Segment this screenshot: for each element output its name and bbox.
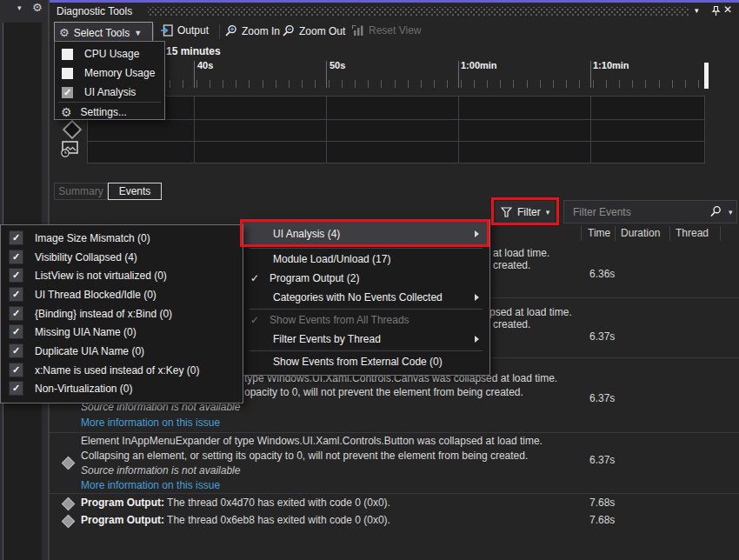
program-output-prefix: Program Output: bbox=[81, 497, 164, 509]
memory-usage-label: Memory Usage bbox=[84, 67, 155, 79]
cpu-usage-label: CPU Usage bbox=[84, 48, 139, 60]
titlebar-drag-texture bbox=[148, 7, 689, 16]
submenu-item-ui-thread-blocked[interactable]: ✓ UI Thread Blocked/Idle (0) bbox=[1, 285, 243, 303]
external-code-label: Show Events from External Code (0) bbox=[273, 356, 443, 368]
ui-thread-blocked-checkbox[interactable]: ✓ bbox=[9, 287, 23, 302]
column-header-duration[interactable]: Duration bbox=[621, 227, 660, 239]
event-row[interactable]: created. bbox=[493, 259, 530, 271]
event-row[interactable]: Program Output: The thread 0x4d70 has ex… bbox=[81, 497, 390, 509]
menu-item-program-output[interactable]: ✓ Program Output (2) bbox=[243, 269, 489, 288]
submenu-arrow-icon bbox=[475, 336, 479, 343]
submenu-arrow-icon bbox=[475, 294, 479, 301]
program-output-text: The thread 0x6eb8 has exited with code 0… bbox=[164, 514, 390, 526]
event-time: 6.37s bbox=[589, 330, 615, 343]
submenu-item-visibility-collapsed[interactable]: ✓ Visibility Collapsed (4) bbox=[1, 248, 243, 266]
missing-uia-name-checkbox[interactable]: ✓ bbox=[9, 324, 23, 339]
window-title: Diagnostic Tools bbox=[57, 5, 132, 17]
active-window-accent-line bbox=[50, 0, 739, 3]
submenu-arrow-icon bbox=[475, 230, 479, 237]
settings-gear-icon: ⚙ bbox=[61, 106, 72, 118]
event-row[interactable]: Element InAppMenuExpander of type Window… bbox=[81, 435, 543, 447]
non-virtualization-checkbox[interactable]: ✓ bbox=[9, 381, 23, 396]
show-all-threads-label: Show Events from All Threads bbox=[270, 314, 409, 326]
zoom-out-button[interactable]: Zoom Out bbox=[282, 24, 345, 37]
reset-view-button[interactable]: Reset View bbox=[351, 24, 421, 37]
event-row[interactable]: Collapsing an element, or setting its op… bbox=[81, 450, 528, 462]
menu-item-categories-no-events[interactable]: Categories with No Events Collected bbox=[243, 288, 489, 307]
submenu-item-image-size-mismatch[interactable]: ✓ Image Size Mismatch (0) bbox=[1, 229, 243, 247]
event-source-info: Source information is not available bbox=[81, 464, 240, 477]
event-row[interactable]: created. bbox=[493, 318, 530, 330]
event-row[interactable]: opacity to 0, will not prevent the eleme… bbox=[244, 386, 523, 398]
menu-item-ui-analysis[interactable]: ✓ UI Analysis bbox=[55, 83, 164, 102]
menu-separator bbox=[58, 102, 161, 103]
menu-item-cpu-usage[interactable]: CPU Usage bbox=[55, 44, 164, 63]
xname-instead-xkey-checkbox[interactable]: ✓ bbox=[9, 363, 23, 377]
submenu-item-listview-not-virtualized[interactable]: ✓ ListView is not virtualized (0) bbox=[1, 266, 243, 284]
menu-item-module-load[interactable]: Module Load/Unload (17) bbox=[243, 250, 489, 269]
event-row[interactable]: at load time. bbox=[493, 247, 549, 259]
column-separator[interactable] bbox=[720, 226, 721, 241]
menu-separator bbox=[250, 350, 483, 351]
event-row[interactable]: Program Output: The thread 0x6eb8 has ex… bbox=[81, 514, 390, 526]
window-options-chevron-icon[interactable]: ▾ bbox=[695, 6, 699, 15]
binding-instead-xbind-checkbox[interactable]: ✓ bbox=[9, 306, 23, 321]
column-separator[interactable] bbox=[669, 226, 670, 241]
menu-item-ui-analysis-events[interactable]: UI Analysis (4) bbox=[243, 222, 489, 246]
duplicate-uia-name-checkbox[interactable]: ✓ bbox=[9, 343, 23, 358]
ruler-major-tick bbox=[326, 61, 327, 88]
select-tools-caret-icon: ▼ bbox=[134, 29, 142, 37]
menu-item-settings[interactable]: ⚙ Settings... bbox=[55, 103, 164, 121]
search-options-caret-icon[interactable]: ▾ bbox=[729, 208, 733, 217]
menu-separator bbox=[250, 248, 483, 249]
ruler-tick-label: 50s bbox=[330, 60, 345, 70]
submenu-item-non-virtualization[interactable]: ✓ Non-Virtualization (0) bbox=[1, 379, 243, 397]
column-separator[interactable] bbox=[615, 226, 616, 241]
grid-col-line bbox=[458, 97, 459, 163]
filter-context-menu: UI Analysis (4) Module Load/Unload (17) … bbox=[242, 219, 490, 376]
menu-item-memory-usage[interactable]: Memory Usage bbox=[55, 63, 164, 83]
ruler-minor-ticks[interactable] bbox=[90, 80, 704, 88]
visibility-collapsed-checkbox[interactable]: ✓ bbox=[9, 250, 23, 264]
event-time: 6.37s bbox=[589, 454, 615, 466]
submenu-item-missing-uia-name[interactable]: ✓ Missing UIA Name (0) bbox=[1, 323, 243, 341]
more-information-link[interactable]: More information on this issue bbox=[81, 479, 220, 491]
grid-row-line bbox=[88, 119, 704, 120]
submenu-item-duplicate-uia-name[interactable]: ✓ Duplicate UIA Name (0) bbox=[1, 342, 243, 360]
event-time: 6.36s bbox=[589, 268, 615, 280]
column-header-time[interactable]: Time bbox=[588, 227, 610, 239]
ui-analysis-checkbox[interactable]: ✓ bbox=[62, 87, 73, 98]
settings-label: Settings... bbox=[81, 106, 127, 118]
submenu-item-binding-instead-xbind[interactable]: ✓ {Binding} instead of x:Bind (0) bbox=[1, 304, 243, 323]
submenu-item-xname-instead-xkey[interactable]: ✓ x:Name is used instead of x:Key (0) bbox=[1, 361, 243, 379]
cpu-usage-checkbox[interactable] bbox=[62, 49, 73, 60]
ui-analysis-track-icon bbox=[59, 138, 80, 163]
output-button[interactable]: Output bbox=[160, 24, 209, 37]
listview-not-virtualized-label: ListView is not virtualized (0) bbox=[35, 270, 167, 282]
ruler-tick-label: 1:00min bbox=[461, 60, 497, 70]
current-time-marker[interactable] bbox=[704, 63, 709, 89]
menu-item-external-code[interactable]: Show Events from External Code (0) bbox=[243, 352, 489, 371]
tab-events[interactable]: Events bbox=[108, 183, 162, 200]
dock-chevron-down-icon[interactable]: ▾ bbox=[17, 3, 22, 12]
listview-not-virtualized-checkbox[interactable]: ✓ bbox=[9, 268, 23, 283]
memory-usage-checkbox[interactable] bbox=[62, 68, 73, 79]
more-information-link[interactable]: More information on this issue bbox=[81, 417, 220, 429]
toolbar-separator bbox=[153, 24, 154, 39]
menu-item-filter-by-thread[interactable]: Filter Events by Thread bbox=[243, 330, 489, 349]
zoom-in-button[interactable]: Zoom In bbox=[224, 24, 280, 37]
event-row[interactable]: psed at load time. bbox=[489, 306, 572, 318]
image-size-mismatch-checkbox[interactable]: ✓ bbox=[9, 230, 23, 245]
search-icon[interactable] bbox=[709, 205, 722, 221]
filter-button[interactable]: Filter ▾ bbox=[496, 201, 555, 223]
column-header-thread[interactable]: Thread bbox=[676, 227, 709, 239]
dock-gear-icon[interactable]: ⚙ bbox=[32, 2, 43, 13]
toolbar-separator-2 bbox=[219, 24, 220, 39]
output-label: Output bbox=[177, 24, 209, 37]
program-output-label: Program Output (2) bbox=[270, 272, 359, 284]
timeline-grid[interactable] bbox=[87, 96, 705, 163]
pin-icon[interactable] bbox=[710, 4, 722, 20]
close-icon[interactable]: ✕ bbox=[723, 3, 732, 16]
column-separator[interactable] bbox=[581, 226, 582, 241]
tab-summary[interactable]: Summary bbox=[54, 183, 108, 200]
